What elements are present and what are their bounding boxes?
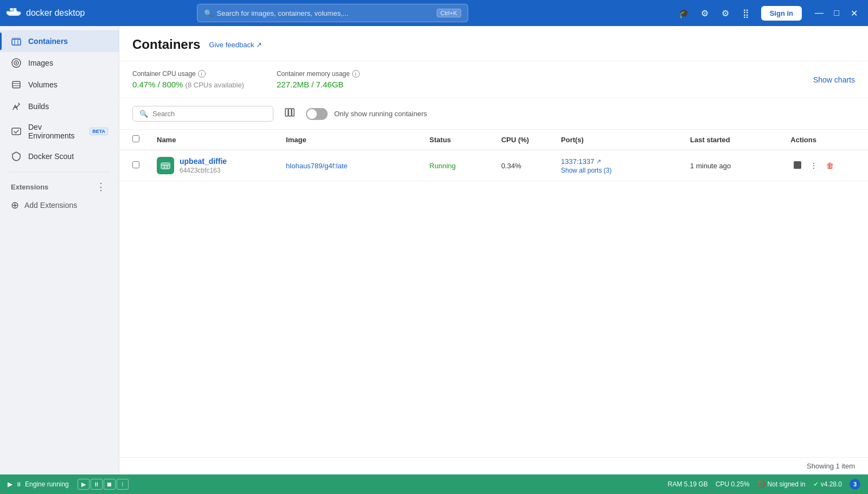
table-header: Name Image Status CPU (%) Port(s) Last s… — [119, 130, 868, 150]
memory-stat-label: Container memory usage i — [277, 70, 360, 78]
cpu-stat-block: Container CPU usage i 0.47% / 800% (8 CP… — [132, 70, 244, 89]
sign-in-button[interactable]: Sign in — [761, 6, 802, 21]
search-box-icon: 🔍 — [139, 110, 148, 118]
extensions-more-button[interactable]: ⋮ — [94, 181, 108, 193]
engine-control-stop-button[interactable]: ⏹ — [104, 479, 116, 490]
signin-status: 🚫 Not signed in — [757, 480, 806, 488]
sidebar-item-volumes-label: Volumes — [28, 80, 58, 89]
search-input[interactable] — [152, 110, 266, 118]
sidebar-item-docker-scout[interactable]: Docker Scout — [0, 145, 119, 167]
window-controls: — □ ✕ — [812, 5, 861, 21]
th-name: Name — [148, 130, 277, 150]
engine-controls: ▶ ⏸ ⏹ ⁞ — [78, 479, 129, 490]
sidebar-item-images[interactable]: Images — [0, 52, 119, 74]
container-name-cell: upbeat_diffie 64423cbfc163 — [148, 150, 277, 181]
row-checkbox[interactable] — [132, 161, 139, 168]
sidebar-item-containers[interactable]: Containers — [0, 30, 119, 52]
close-button[interactable]: ✕ — [846, 5, 861, 21]
extensions-label: Extensions — [11, 183, 48, 191]
sidebar-item-docker-scout-label: Docker Scout — [28, 152, 74, 161]
th-ports: Port(s) — [552, 130, 681, 150]
svg-rect-3 — [10, 8, 13, 11]
memory-info-icon[interactable]: i — [352, 70, 360, 78]
row-checkbox-cell — [119, 150, 148, 181]
th-image: Image — [277, 130, 421, 150]
port-external-link-icon: ↗ — [596, 158, 601, 165]
container-name-wrapper: upbeat_diffie 64423cbfc163 — [157, 157, 269, 174]
builds-icon — [11, 101, 22, 112]
sidebar-divider — [9, 172, 110, 172]
th-laststarted: Last started — [681, 130, 782, 150]
memory-stat-value: 227.2MB / 7.46GB — [277, 80, 360, 89]
sidebar-item-dev-environments[interactable]: Dev Environments BETA — [0, 117, 119, 145]
cpu-stat: CPU 0.25% — [716, 480, 750, 488]
svg-rect-16 — [285, 109, 288, 116]
container-name-link[interactable]: upbeat_diffie — [180, 157, 227, 166]
engine-play-icon: ▶ — [8, 480, 12, 488]
notifications-badge[interactable]: 3 — [850, 479, 860, 490]
external-link-icon: ↗ — [256, 41, 262, 49]
containers-table-container: Name Image Status CPU (%) Port(s) Last s… — [119, 130, 868, 457]
sidebar-item-volumes[interactable]: Volumes — [0, 74, 119, 96]
container-name-text-block: upbeat_diffie 64423cbfc163 — [180, 157, 227, 174]
settings-icon-button[interactable]: ⚙ — [717, 4, 734, 22]
engine-status: ▶ ⏸ Engine running — [8, 480, 69, 488]
running-containers-toggle[interactable] — [306, 108, 328, 120]
th-status: Status — [421, 130, 493, 150]
extensions-icon-button[interactable]: ⚙ — [696, 4, 713, 22]
container-box-icon — [160, 160, 171, 171]
container-image-cell: hlohaus789/g4f:late — [277, 150, 421, 181]
minimize-button[interactable]: — — [812, 5, 827, 21]
select-all-checkbox[interactable] — [132, 135, 139, 142]
more-actions-button[interactable]: ⋮ — [807, 159, 821, 172]
sidebar-item-builds[interactable]: Builds — [0, 96, 119, 117]
engine-control-play-button[interactable]: ▶ — [78, 479, 90, 490]
search-shortcut-badge: Ctrl+K — [437, 9, 461, 17]
th-cpu: CPU (%) — [493, 130, 552, 150]
statusbar: ▶ ⏸ Engine running ▶ ⏸ ⏹ ⁞ RAM 5.19 GB C… — [0, 474, 868, 494]
main-header: Containers Give feedback ↗ — [119, 26, 868, 61]
container-port-link[interactable]: 1337:1337 ↗ — [561, 157, 673, 166]
grid-icon-button[interactable]: ⣿ — [737, 4, 755, 22]
ram-value: RAM 5.19 GB — [668, 480, 708, 488]
sidebar-item-containers-label: Containers — [28, 37, 68, 46]
cpu-info-icon[interactable]: i — [198, 70, 206, 78]
give-feedback-link[interactable]: Give feedback ↗ — [209, 41, 262, 49]
trash-icon: 🗑 — [826, 161, 834, 170]
toggle-knob — [307, 109, 317, 119]
dev-environments-icon — [11, 126, 22, 137]
svg-rect-12 — [12, 81, 20, 88]
global-search-box[interactable]: 🔍 Search for images, containers, volumes… — [197, 4, 468, 22]
search-placeholder-text: Search for images, containers, volumes,.… — [217, 9, 349, 17]
maximize-button[interactable]: □ — [829, 5, 844, 21]
stats-row: Container CPU usage i 0.47% / 800% (8 CP… — [119, 61, 868, 98]
th-actions: Actions — [782, 130, 868, 150]
pause-icon: ⏸ — [16, 481, 22, 487]
volumes-icon — [11, 79, 22, 90]
stop-container-button[interactable] — [790, 159, 805, 173]
add-extensions-item[interactable]: ⊕ Add Extensions — [0, 195, 119, 216]
svg-rect-19 — [161, 163, 170, 169]
show-all-ports-link[interactable]: Show all ports (3) — [561, 167, 673, 174]
sidebar-item-builds-label: Builds — [28, 102, 49, 111]
columns-toggle-button[interactable] — [280, 105, 299, 123]
engine-control-settings-button[interactable]: ⁞ — [117, 479, 129, 490]
table-body: upbeat_diffie 64423cbfc163 hlohaus789/g4… — [119, 150, 868, 181]
status-badge: Running — [430, 162, 456, 170]
search-icon: 🔍 — [204, 9, 213, 17]
sidebar: Containers Images Volumes Builds Dev Env… — [0, 26, 119, 474]
columns-icon — [284, 107, 295, 118]
check-icon: ✔ — [813, 480, 819, 488]
container-image-link[interactable]: hlohaus789/g4f:late — [286, 162, 347, 170]
container-search-box[interactable]: 🔍 — [132, 106, 273, 122]
containers-icon — [11, 36, 22, 47]
version-badge: ✔ v4.28.0 — [813, 480, 842, 488]
delete-container-button[interactable]: 🗑 — [823, 159, 837, 172]
cpu-stat-value: 0.47% / 800% (8 CPUs available) — [132, 80, 244, 89]
cpu-stat-label: Container CPU usage i — [132, 70, 244, 78]
show-charts-button[interactable]: Show charts — [813, 75, 855, 84]
container-icon — [157, 157, 174, 174]
page-title: Containers — [132, 37, 200, 52]
learn-icon-button[interactable]: 🎓 — [675, 4, 693, 22]
engine-control-pause-button[interactable]: ⏸ — [91, 479, 103, 490]
